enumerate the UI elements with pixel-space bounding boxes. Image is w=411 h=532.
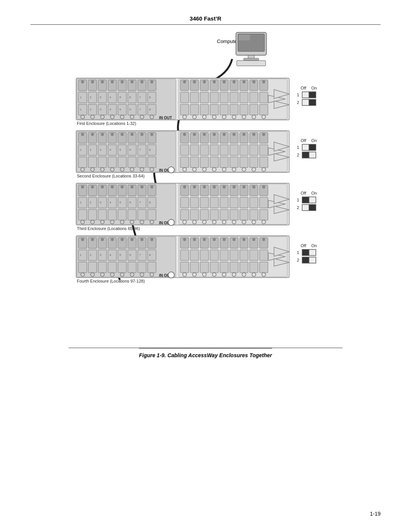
svg-rect-313	[200, 209, 209, 220]
svg-point-452	[168, 272, 174, 278]
svg-rect-338	[302, 204, 309, 211]
svg-point-247	[121, 185, 124, 189]
svg-rect-312	[190, 209, 199, 220]
svg-rect-96	[210, 104, 218, 115]
svg-rect-210	[260, 157, 268, 168]
svg-rect-268	[88, 209, 97, 220]
svg-text:1: 1	[297, 198, 299, 202]
svg-text:6: 6	[129, 254, 131, 256]
svg-rect-411	[180, 250, 189, 260]
svg-text:Second Enclosure (Locations 33: Second Enclosure (Locations 33-64)	[77, 174, 145, 178]
svg-rect-209	[250, 157, 258, 168]
svg-rect-203	[190, 157, 199, 168]
svg-text:On: On	[311, 191, 317, 195]
svg-point-22	[131, 80, 134, 83]
svg-point-190	[242, 133, 245, 136]
svg-rect-316	[230, 209, 238, 220]
svg-text:2: 2	[297, 205, 299, 210]
svg-rect-158	[78, 157, 87, 168]
svg-rect-194	[190, 145, 199, 155]
svg-text:8: 8	[149, 108, 151, 111]
svg-text:1: 1	[297, 93, 299, 97]
svg-text:6: 6	[129, 96, 131, 99]
svg-point-405	[213, 238, 216, 241]
svg-text:5: 5	[119, 96, 121, 99]
svg-point-192	[262, 133, 265, 136]
svg-point-24	[150, 80, 153, 83]
svg-rect-274	[148, 209, 156, 220]
svg-text:On: On	[311, 138, 317, 143]
svg-text:IN OUT: IN OUT	[159, 116, 172, 120]
svg-rect-417	[240, 250, 248, 260]
svg-rect-87	[210, 92, 218, 103]
svg-point-77	[203, 80, 206, 83]
svg-rect-100	[250, 104, 258, 115]
svg-rect-311	[180, 209, 189, 220]
svg-point-293	[183, 185, 186, 189]
svg-text:8: 8	[149, 201, 151, 204]
svg-rect-206	[220, 157, 228, 168]
svg-point-23	[140, 80, 143, 83]
svg-point-82	[252, 80, 255, 83]
svg-rect-164	[138, 157, 146, 168]
svg-text:5: 5	[119, 201, 121, 204]
svg-point-78	[213, 80, 216, 83]
svg-point-404	[203, 238, 206, 241]
svg-rect-86	[200, 92, 209, 103]
svg-text:4: 4	[110, 254, 111, 256]
svg-point-450	[168, 167, 174, 173]
svg-rect-97	[220, 104, 228, 115]
svg-rect-202	[180, 157, 189, 168]
svg-text:5: 5	[119, 108, 121, 111]
svg-rect-421	[190, 262, 199, 273]
figure-caption: Figure 1-9. Cabling AccessWay Enclosures…	[139, 348, 272, 358]
svg-text:3: 3	[100, 96, 101, 99]
svg-text:Off: Off	[301, 191, 306, 195]
svg-text:4: 4	[110, 201, 111, 204]
svg-rect-227	[309, 144, 316, 150]
svg-rect-315	[220, 209, 228, 220]
svg-rect-448	[309, 257, 316, 263]
svg-rect-163	[128, 157, 136, 168]
svg-rect-378	[98, 262, 107, 273]
svg-text:2: 2	[90, 149, 91, 151]
svg-rect-84	[180, 92, 189, 103]
svg-text:2: 2	[297, 153, 299, 157]
svg-rect-319	[260, 209, 268, 220]
svg-rect-308	[240, 197, 248, 208]
svg-point-300	[252, 185, 255, 189]
svg-text:2: 2	[90, 108, 91, 111]
svg-rect-193	[180, 145, 189, 155]
svg-rect-379	[108, 262, 116, 273]
svg-text:Off: Off	[301, 86, 306, 90]
svg-point-408	[242, 238, 245, 241]
svg-point-186	[203, 133, 206, 136]
svg-rect-420	[180, 262, 189, 273]
svg-point-81	[242, 80, 245, 83]
svg-rect-423	[210, 262, 218, 273]
svg-rect-412	[190, 250, 199, 260]
svg-point-353	[91, 238, 94, 241]
svg-rect-335	[302, 197, 309, 203]
svg-rect-377	[88, 262, 97, 273]
svg-rect-4	[244, 58, 259, 60]
svg-rect-376	[78, 262, 87, 273]
svg-text:Off: Off	[301, 243, 306, 248]
svg-point-248	[131, 185, 134, 189]
svg-point-410	[262, 238, 265, 241]
svg-text:Third Enclosure (Locations 65-: Third Enclosure (Locations 65-96)	[77, 226, 140, 231]
svg-rect-201	[260, 145, 268, 155]
svg-text:5: 5	[119, 254, 121, 256]
svg-point-18	[91, 80, 94, 83]
svg-text:4: 4	[110, 149, 111, 151]
svg-text:4: 4	[110, 108, 111, 111]
svg-rect-318	[250, 209, 258, 220]
svg-rect-380	[118, 262, 126, 273]
svg-point-407	[233, 238, 236, 241]
svg-rect-305	[210, 197, 218, 208]
svg-text:2: 2	[90, 201, 91, 204]
svg-rect-424	[220, 262, 228, 273]
svg-rect-205	[210, 157, 218, 168]
svg-point-354	[101, 238, 104, 241]
svg-point-76	[193, 80, 196, 83]
